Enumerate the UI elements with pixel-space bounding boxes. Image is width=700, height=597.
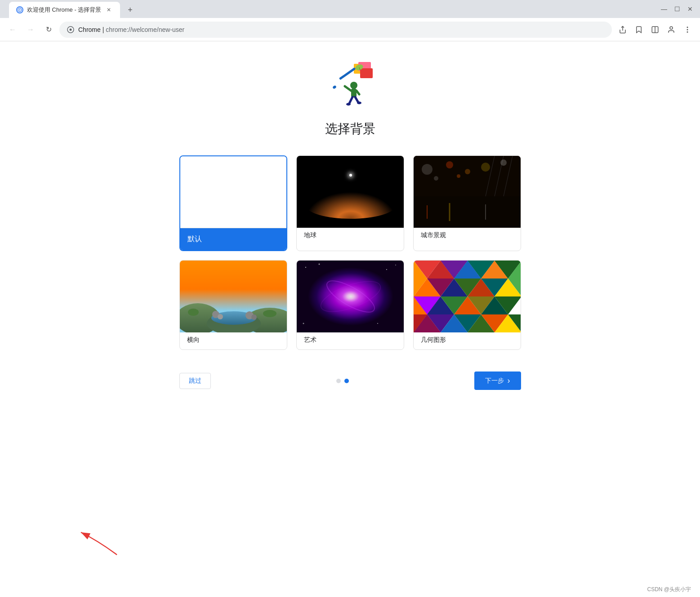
address-text: Chrome | chrome://welcome/new-user	[78, 26, 605, 33]
svg-point-53	[318, 264, 320, 265]
bg-card-geo[interactable]: 几何图形	[413, 260, 521, 350]
pagination-dot-1	[336, 379, 341, 383]
svg-rect-15	[339, 67, 356, 80]
next-button-icon: ›	[508, 376, 510, 385]
bg-card-landscape[interactable]: 横向	[179, 260, 287, 350]
skip-button[interactable]: 跳过	[179, 373, 211, 389]
svg-point-26	[422, 164, 432, 175]
bg-label-earth-text: 地球	[297, 228, 404, 245]
pagination-dot-2	[344, 379, 349, 383]
svg-line-22	[355, 97, 358, 102]
svg-point-58	[308, 267, 393, 326]
svg-point-17	[350, 82, 357, 89]
bg-card-art[interactable]: 艺术	[296, 260, 404, 350]
svg-point-56	[377, 323, 378, 324]
close-window-button[interactable]: ✕	[687, 5, 693, 13]
annotation-arrow	[72, 523, 126, 561]
refresh-button[interactable]: ↻	[41, 22, 56, 37]
title-bar: 欢迎使用 Chrome - 选择背景 ✕ + — ☐ ✕	[0, 0, 700, 18]
nav-bar: ← → ↻ Chrome | chrome://welcome/new-user	[0, 18, 700, 41]
bg-label-selected-text: 默认	[180, 228, 286, 250]
svg-point-7	[687, 27, 688, 28]
split-view-button[interactable]	[648, 22, 662, 37]
earth-star	[349, 174, 352, 177]
svg-point-54	[386, 269, 387, 270]
bg-card-default[interactable]: 默认	[179, 155, 287, 251]
share-button[interactable]	[615, 22, 630, 37]
profile-button[interactable]	[664, 22, 678, 37]
svg-point-9	[687, 31, 688, 32]
page-title: 选择背景	[325, 120, 375, 137]
browser-window: 欢迎使用 Chrome - 选择背景 ✕ + — ☐ ✕ ← → ↻ Chrom…	[0, 0, 700, 597]
tab-bar: 欢迎使用 Chrome - 选择背景 ✕ +	[5, 0, 138, 18]
bg-preview-default	[180, 156, 287, 228]
svg-point-24	[357, 102, 361, 104]
bg-label-default: 默认	[180, 228, 286, 250]
bookmark-button[interactable]	[632, 22, 646, 37]
svg-rect-33	[414, 196, 521, 228]
svg-point-57	[303, 323, 304, 324]
address-bar[interactable]: Chrome | chrome://welcome/new-user	[59, 22, 612, 38]
pagination-dots	[336, 379, 349, 383]
svg-line-19	[345, 86, 351, 91]
svg-point-46	[218, 314, 223, 319]
bg-label-city-text: 城市景观	[414, 228, 521, 245]
bg-label-geo-text: 几何图形	[414, 332, 521, 349]
svg-point-28	[465, 169, 470, 174]
earth-glow	[306, 192, 396, 219]
forward-button[interactable]: →	[23, 22, 38, 37]
bg-preview-city	[414, 156, 521, 228]
svg-point-32	[457, 174, 460, 178]
window-controls: — ☐ ✕	[661, 5, 693, 13]
menu-button[interactable]	[680, 22, 695, 37]
bg-label-city: 城市景观	[414, 228, 521, 245]
next-button-label: 下一步	[485, 377, 504, 385]
bg-preview-landscape	[180, 261, 287, 332]
hero-illustration	[323, 59, 377, 113]
svg-rect-12	[360, 68, 373, 78]
address-path: chrome://welcome/new-user	[106, 26, 184, 33]
bg-label-landscape: 横向	[180, 332, 287, 349]
maximize-button[interactable]: ☐	[674, 5, 680, 13]
next-button[interactable]: 下一步 ›	[474, 371, 521, 390]
svg-line-21	[349, 97, 352, 103]
back-button[interactable]: ←	[5, 22, 20, 37]
svg-point-3	[70, 28, 72, 31]
address-brand: Chrome	[78, 26, 101, 33]
bg-label-earth: 地球	[297, 228, 404, 245]
svg-point-16	[332, 85, 337, 89]
svg-point-48	[251, 314, 257, 320]
svg-point-31	[434, 176, 438, 181]
minimize-button[interactable]: —	[661, 5, 667, 13]
svg-point-52	[305, 267, 306, 268]
watermark: CSDN @头疾小宇	[647, 586, 691, 593]
svg-point-8	[687, 29, 688, 30]
tab-close-button[interactable]: ✕	[105, 6, 113, 14]
earth-scene	[297, 156, 404, 228]
svg-point-49	[188, 309, 199, 316]
bottom-bar: 跳过 下一步 ›	[179, 371, 521, 390]
nav-actions	[615, 22, 695, 37]
svg-point-1	[19, 9, 21, 11]
background-grid: 默认 地球	[179, 155, 521, 350]
city-scene	[414, 156, 521, 228]
bg-preview-geo	[414, 261, 521, 332]
svg-point-6	[670, 27, 673, 29]
bg-label-art: 艺术	[297, 332, 404, 349]
site-info-icon[interactable]	[67, 26, 75, 34]
bg-card-earth[interactable]: 地球	[296, 155, 404, 251]
address-sep: |	[101, 26, 106, 33]
page-content: 选择背景 默认 地球	[0, 41, 700, 597]
svg-point-55	[395, 265, 396, 265]
bg-label-landscape-text: 横向	[180, 332, 287, 349]
bg-label-geo: 几何图形	[414, 332, 521, 349]
bg-label-art-text: 艺术	[297, 332, 404, 349]
bg-preview-art	[297, 261, 404, 332]
svg-point-50	[263, 310, 276, 317]
svg-line-20	[357, 91, 359, 94]
new-tab-button[interactable]: +	[122, 2, 138, 18]
svg-point-27	[446, 161, 453, 168]
bg-card-city[interactable]: 城市景观	[413, 155, 521, 251]
tab-title: 欢迎使用 Chrome - 选择背景	[27, 6, 101, 14]
active-tab[interactable]: 欢迎使用 Chrome - 选择背景 ✕	[9, 2, 120, 18]
